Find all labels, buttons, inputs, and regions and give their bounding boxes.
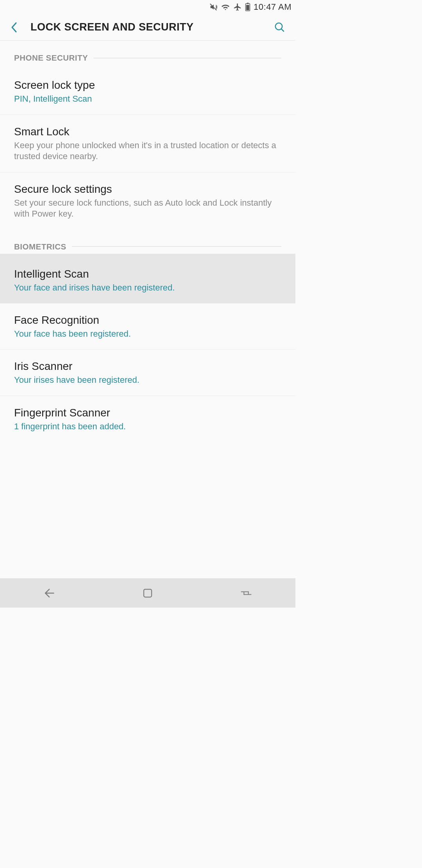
item-subtitle: Your face and irises have been registere… — [14, 282, 281, 294]
airplane-icon — [233, 3, 242, 11]
back-button[interactable] — [6, 20, 22, 35]
item-iris-scanner[interactable]: Iris Scanner Your irises have been regis… — [0, 350, 295, 396]
svg-rect-2 — [247, 3, 249, 4]
nav-back-button[interactable] — [26, 583, 73, 603]
section-label: PHONE SECURITY — [14, 53, 88, 63]
item-smart-lock[interactable]: Smart Lock Keep your phone unlocked when… — [0, 115, 295, 172]
nav-recents-button[interactable] — [223, 583, 270, 603]
svg-rect-7 — [144, 589, 152, 597]
item-title: Fingerprint Scanner — [14, 406, 281, 420]
item-secure-lock-settings[interactable]: Secure lock settings Set your secure loc… — [0, 172, 295, 230]
item-title: Smart Lock — [14, 125, 281, 138]
section-rule — [93, 58, 281, 58]
item-face-recognition[interactable]: Face Recognition Your face has been regi… — [0, 303, 295, 350]
page-title: LOCK SCREEN AND SECURITY — [30, 21, 263, 33]
svg-line-5 — [281, 29, 284, 31]
svg-rect-3 — [246, 5, 249, 11]
nav-bar — [0, 578, 295, 608]
section-header-phone-security: PHONE SECURITY — [0, 41, 295, 65]
app-bar: LOCK SCREEN AND SECURITY — [0, 14, 295, 41]
battery-icon — [245, 3, 250, 11]
nav-home-button[interactable] — [124, 583, 171, 603]
item-subtitle: 1 fingerprint has been added. — [14, 421, 281, 432]
status-time: 10:47 AM — [254, 2, 291, 12]
wifi-icon — [221, 3, 230, 11]
item-subtitle: Your face has been registered. — [14, 328, 281, 340]
settings-list: PHONE SECURITY Screen lock type PIN, Int… — [0, 41, 295, 442]
item-fingerprint-scanner[interactable]: Fingerprint Scanner 1 fingerprint has be… — [0, 396, 295, 442]
item-title: Iris Scanner — [14, 359, 281, 373]
item-intelligent-scan[interactable]: Intelligent Scan Your face and irises ha… — [0, 254, 295, 303]
section-rule — [72, 246, 281, 247]
section-header-biometrics: BIOMETRICS — [0, 230, 295, 254]
mute-vibrate-icon — [209, 3, 218, 11]
item-subtitle: Your irises have been registered. — [14, 375, 281, 386]
item-title: Face Recognition — [14, 313, 281, 327]
item-subtitle: Keep your phone unlocked when it's in a … — [14, 140, 281, 162]
item-title: Screen lock type — [14, 78, 281, 92]
item-subtitle: PIN, Intelligent Scan — [14, 93, 281, 105]
search-button[interactable] — [272, 20, 288, 35]
item-screen-lock-type[interactable]: Screen lock type PIN, Intelligent Scan — [0, 65, 295, 115]
status-bar: 10:47 AM — [0, 0, 295, 14]
item-title: Intelligent Scan — [14, 267, 281, 281]
item-title: Secure lock settings — [14, 182, 281, 196]
item-subtitle: Set your secure lock functions, such as … — [14, 197, 281, 220]
section-label: BIOMETRICS — [14, 242, 66, 251]
